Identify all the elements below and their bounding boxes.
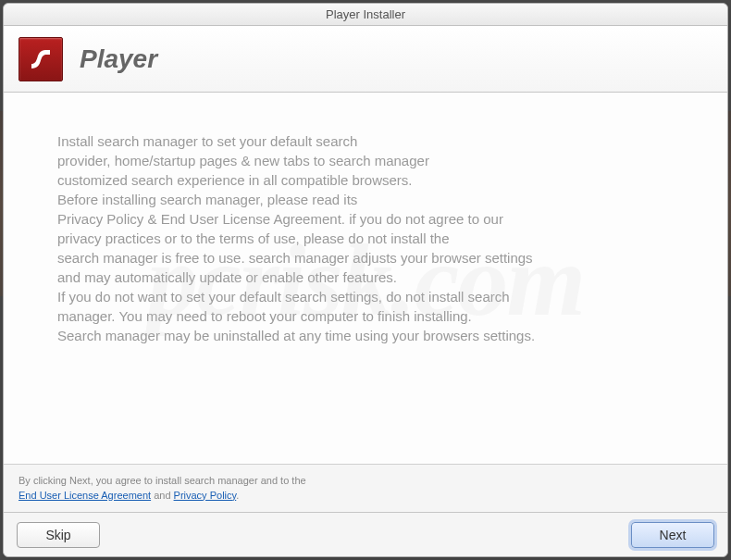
privacy-policy-link[interactable]: Privacy Policy xyxy=(174,490,237,501)
button-bar: Skip Next xyxy=(4,512,727,556)
agreement-and: and xyxy=(151,490,173,501)
content-area: Install search manager to set your defau… xyxy=(4,93,727,464)
titlebar: Player Installer xyxy=(4,4,727,26)
body-text: Install search manager to set your defau… xyxy=(57,131,674,345)
header-title: Player xyxy=(80,44,157,74)
agreement-prefix: By clicking Next, you agree to install s… xyxy=(19,475,306,486)
header: Player xyxy=(4,26,727,93)
eula-link[interactable]: End User License Agreement xyxy=(19,490,151,501)
agreement-text: By clicking Next, you agree to install s… xyxy=(19,474,712,503)
window-title: Player Installer xyxy=(326,7,405,21)
flash-player-icon xyxy=(19,37,63,81)
footer: By clicking Next, you agree to install s… xyxy=(4,464,727,512)
skip-button[interactable]: Skip xyxy=(17,522,100,548)
agreement-suffix: . xyxy=(236,490,239,501)
next-button[interactable]: Next xyxy=(631,522,714,548)
installer-window: Player Installer Player Install search m… xyxy=(3,3,728,557)
